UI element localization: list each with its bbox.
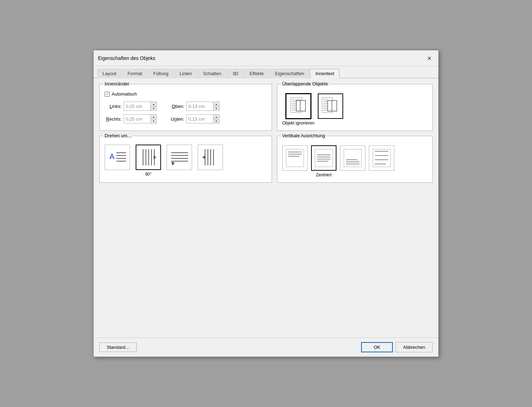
vertikale-group: Vertikale Ausrichtung <box>277 136 433 183</box>
rechts-up-btn[interactable]: ▲ <box>151 115 156 119</box>
unten-up-btn[interactable]: ▲ <box>214 115 219 119</box>
vert-icon-center-svg <box>313 147 335 169</box>
svg-marker-41 <box>202 156 205 159</box>
overlap-icon2-svg <box>320 96 341 117</box>
vert-icon-justified-wrapper <box>369 145 394 171</box>
links-up-btn[interactable]: ▲ <box>151 102 156 106</box>
svg-rect-46 <box>315 149 333 167</box>
vert-icon-center-wrapper: Zentriert <box>311 145 336 177</box>
rotate-icon0-svg: A <box>106 146 128 168</box>
rotate-icon270-svg <box>199 146 221 168</box>
drehen-title: Drehen um... <box>103 133 132 138</box>
tab-layout[interactable]: Layout <box>97 69 122 78</box>
ueberlappende-title: Überlappende Objekte <box>281 81 329 86</box>
links-input[interactable] <box>124 102 150 110</box>
ueberlappende-group: Überlappende Objekte <box>277 84 433 131</box>
unten-label: Unten: <box>167 116 184 122</box>
vert-icon-top-wrapper <box>282 145 308 171</box>
overlap-icon1[interactable] <box>286 93 311 119</box>
vert-icon-top[interactable] <box>282 145 308 171</box>
unten-input[interactable] <box>187 115 213 123</box>
rechts-spinner-btns: ▲ ▼ <box>150 115 156 123</box>
rotate-icon270[interactable] <box>198 145 223 170</box>
oben-input[interactable] <box>187 102 213 110</box>
left-field-col: Links: ▲ ▼ Rechts: <box>105 102 157 123</box>
innenraender-title: Innenränder <box>103 81 131 86</box>
right-field-col: Oben: ▲ ▼ Unten: <box>167 102 219 123</box>
vert-icon-bottom-wrapper <box>340 145 365 171</box>
links-spinner-btns: ▲ ▼ <box>150 102 156 110</box>
abbrechen-button[interactable]: Abbrechen <box>396 342 433 352</box>
overlap-icon2-wrapper <box>318 93 343 121</box>
tab-3d[interactable]: 3D <box>227 69 244 78</box>
footer: Standard... OK Abbrechen <box>94 338 438 357</box>
vert-icon-justified[interactable] <box>369 145 394 171</box>
tab-format[interactable]: Format <box>122 69 147 78</box>
rechts-input[interactable] <box>124 115 150 123</box>
ok-button[interactable]: OK <box>361 342 393 352</box>
tab-eigenschaften[interactable]: Eigenschaften <box>270 69 309 78</box>
rotate-icons-row: A <box>105 145 267 177</box>
links-spinner: ▲ ▼ <box>124 102 157 111</box>
tab-innentext[interactable]: Innentext <box>310 69 340 78</box>
tab-bar: Layout Format Füllung Linien Schatten 3D… <box>94 66 438 78</box>
rotate-icon90[interactable] <box>136 145 161 170</box>
tab-linien[interactable]: Linien <box>174 69 197 78</box>
top-row: Innenränder ✓ Automatisch Links: <box>99 84 433 131</box>
automatisch-checkbox[interactable]: ✓ <box>105 92 110 97</box>
standard-button[interactable]: Standard... <box>99 342 137 352</box>
svg-rect-8 <box>296 101 305 111</box>
rotate-icon90-wrapper: 90° <box>136 145 161 177</box>
overlap-icon1-label: Objekt ignorieren <box>282 121 314 126</box>
oben-field-row: Oben: ▲ ▼ <box>167 102 219 111</box>
close-button[interactable]: ✕ <box>424 53 434 63</box>
vert-icon-center[interactable] <box>311 145 336 171</box>
overlap-icon2[interactable] <box>318 93 343 119</box>
automatisch-label: Automatisch <box>112 91 137 97</box>
rechts-label: Rechts: <box>105 116 122 122</box>
links-label: Links: <box>105 104 122 109</box>
vert-label-zentriert: Zentriert <box>316 172 332 177</box>
rotate-icon180-wrapper <box>167 145 192 170</box>
unten-field-row: Unten: ▲ ▼ <box>167 114 219 123</box>
rotate-icon90-svg <box>137 146 159 168</box>
unten-spinner: ▲ ▼ <box>186 114 219 123</box>
rotate-icon0[interactable]: A <box>105 145 130 170</box>
vertikale-title: Vertikale Ausrichtung <box>281 133 326 138</box>
innenraender-group: Innenränder ✓ Automatisch Links: <box>99 84 272 131</box>
dialog: Eigenschaften des Objeks ✕ Layout Format… <box>93 50 439 357</box>
tab-fuellung[interactable]: Füllung <box>148 69 174 78</box>
oben-up-btn[interactable]: ▲ <box>214 102 219 106</box>
footer-right-buttons: OK Abbrechen <box>361 342 433 352</box>
vert-icon-bottom[interactable] <box>340 145 365 171</box>
dialog-title: Eigenschaften des Objeks <box>98 55 155 61</box>
automatisch-row: ✓ Automatisch <box>105 91 267 97</box>
field-rows: Links: ▲ ▼ Rechts: <box>105 102 267 123</box>
content-area: Innenränder ✓ Automatisch Links: <box>94 78 438 338</box>
rotate-label-90: 90° <box>145 172 151 177</box>
oben-down-btn[interactable]: ▼ <box>214 106 219 110</box>
rotate-icon180-svg <box>168 146 190 168</box>
vert-icon-bottom-svg <box>342 147 364 169</box>
oben-spinner: ▲ ▼ <box>186 102 219 111</box>
bottom-row: Drehen um... A <box>99 136 433 183</box>
svg-rect-18 <box>328 101 337 111</box>
rechts-spinner: ▲ ▼ <box>124 114 157 123</box>
rechts-down-btn[interactable]: ▼ <box>151 119 156 123</box>
vert-icon-top-svg <box>284 147 306 169</box>
rechts-field-row: Rechts: ▲ ▼ <box>105 114 157 123</box>
checkmark-icon: ✓ <box>106 92 109 96</box>
links-down-btn[interactable]: ▼ <box>151 106 156 110</box>
overlap-icon1-svg <box>288 96 309 117</box>
unten-down-btn[interactable]: ▼ <box>214 119 219 123</box>
svg-marker-30 <box>154 156 156 159</box>
oben-spinner-btns: ▲ ▼ <box>213 102 219 110</box>
rotate-icon270-wrapper <box>198 145 223 170</box>
tab-effekte[interactable]: Effekte <box>245 69 269 78</box>
links-field-row: Links: ▲ ▼ <box>105 102 157 111</box>
tab-schatten[interactable]: Schatten <box>198 69 227 78</box>
drehen-group: Drehen um... A <box>99 136 272 183</box>
overlap-icons-row: Objekt ignorieren <box>282 93 427 126</box>
rotate-icon180[interactable] <box>167 145 192 170</box>
oben-label: Oben: <box>167 104 184 109</box>
